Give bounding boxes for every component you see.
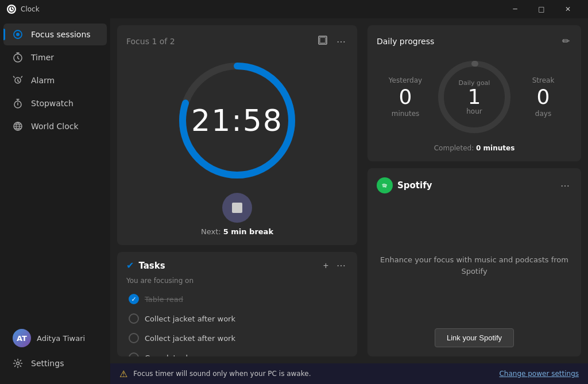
- task-text: Collect jacket after work: [145, 334, 235, 343]
- task-checkbox[interactable]: [129, 294, 139, 304]
- warning-icon: ⚠: [119, 369, 127, 379]
- focus-sessions-icon: [13, 29, 23, 40]
- progress-content: Yesterday 0 minutes Daily goal: [377, 57, 572, 137]
- completed-text: Completed: 0 minutes: [377, 144, 572, 152]
- focus-card-header: Focus 1 of 2 ⋯: [126, 34, 348, 48]
- add-task-button[interactable]: +: [321, 259, 331, 272]
- stop-button[interactable]: [222, 193, 252, 223]
- progress-title: Daily progress: [377, 37, 434, 46]
- sidebar-bottom: AT Aditya Tiwari Settings: [0, 319, 110, 379]
- task-checkbox[interactable]: [129, 352, 139, 356]
- sidebar-item-timer[interactable]: Timer: [3, 46, 107, 68]
- timer-container: 21:58: [174, 57, 300, 184]
- svg-line-6: [18, 58, 19, 59]
- focus-progress: 1 of 2: [152, 37, 175, 46]
- change-power-settings-link[interactable]: Change power settings: [499, 370, 579, 378]
- focusing-on-label: You are focusing on: [126, 277, 348, 285]
- world-clock-icon: [13, 121, 23, 131]
- tasks-title: Tasks: [138, 261, 165, 271]
- sidebar-item-label: Stopwatch: [31, 99, 74, 108]
- daily-goal-unit: hour: [459, 107, 490, 115]
- focus-card: Focus 1 of 2 ⋯: [117, 25, 357, 245]
- yesterday-label: Yesterday: [377, 76, 434, 84]
- svg-point-4: [16, 33, 20, 36]
- sidebar-item-settings[interactable]: Settings: [3, 352, 107, 374]
- daily-goal-circle: Daily goal 1 hour: [434, 57, 514, 137]
- spotify-name: Spotify: [397, 180, 432, 191]
- app-body: Focus sessions Timer Alarm: [0, 18, 588, 384]
- sidebar: Focus sessions Timer Alarm: [0, 18, 110, 384]
- spotify-description: Enhance your focus with music and podcas…: [377, 203, 572, 328]
- settings-label: Settings: [31, 359, 64, 368]
- sidebar-item-label: Focus sessions: [31, 30, 91, 39]
- task-text: Collect jacket after work: [145, 315, 235, 323]
- left-panel: Focus 1 of 2 ⋯: [110, 18, 364, 363]
- task-text: Complete demo.: [145, 354, 207, 357]
- focus-card-title: Focus 1 of 2: [126, 37, 175, 46]
- tasks-title-row: ✔ Tasks: [126, 260, 165, 271]
- fullscreen-button[interactable]: [316, 34, 330, 48]
- streak-unit: days: [514, 110, 572, 118]
- svg-line-2: [11, 9, 13, 10]
- daily-goal-center: Daily goal 1 hour: [459, 79, 490, 115]
- streak-value: 0: [514, 87, 572, 107]
- spotify-logo-row: Spotify: [377, 177, 432, 193]
- settings-icon: [13, 358, 23, 369]
- user-avatar: AT: [13, 329, 31, 347]
- yesterday-value: 0: [377, 87, 434, 107]
- link-spotify-button[interactable]: Link your Spotify: [435, 328, 514, 347]
- progress-card-header: Daily progress ✏: [377, 34, 572, 48]
- yesterday-unit: minutes: [377, 110, 434, 118]
- titlebar-title: Clock: [21, 5, 40, 13]
- sidebar-item-label: Alarm: [31, 76, 55, 85]
- titlebar-controls: ─ □ ✕: [502, 0, 581, 18]
- spotify-header: Spotify ⋯: [377, 177, 572, 193]
- notification-bar: ⚠ Focus timer will sound only when your …: [110, 363, 588, 384]
- focus-more-button[interactable]: ⋯: [334, 35, 348, 48]
- timer-icon: [13, 52, 23, 63]
- user-profile[interactable]: AT Aditya Tiwari: [3, 324, 107, 352]
- list-item[interactable]: Table read: [126, 289, 348, 309]
- notification-text: Focus timer will sound only when your PC…: [133, 370, 493, 378]
- titlebar-left: Clock: [7, 5, 40, 14]
- sidebar-item-stopwatch[interactable]: Stopwatch: [3, 92, 107, 114]
- next-label: Next: 5 min break: [201, 227, 273, 236]
- minimize-button[interactable]: ─: [502, 0, 528, 18]
- list-item[interactable]: Complete demo.: [126, 348, 348, 356]
- alarm-icon: [13, 75, 23, 86]
- spotify-card: Spotify ⋯ Enhance your focus with music …: [368, 168, 581, 356]
- streak-stat: Streak 0 days: [514, 76, 572, 118]
- task-checkbox[interactable]: [129, 333, 139, 343]
- next-value: 5 min break: [223, 227, 273, 236]
- sidebar-item-world-clock[interactable]: World Clock: [3, 115, 107, 137]
- edit-progress-button[interactable]: ✏: [560, 34, 572, 48]
- task-checkbox[interactable]: [129, 313, 139, 324]
- sidebar-item-alarm[interactable]: Alarm: [3, 69, 107, 91]
- focus-header-icons: ⋯: [316, 34, 348, 48]
- right-panel: Daily progress ✏ Yesterday 0 minutes: [364, 18, 588, 363]
- stop-icon: [232, 203, 242, 213]
- tasks-card: ✔ Tasks + ⋯ You are focusing on Table re…: [117, 252, 357, 356]
- timer-display: 21:58: [191, 103, 283, 138]
- daily-progress-card: Daily progress ✏ Yesterday 0 minutes: [368, 25, 581, 161]
- list-item[interactable]: Collect jacket after work: [126, 328, 348, 348]
- tasks-more-button[interactable]: ⋯: [334, 259, 348, 272]
- sidebar-item-focus-sessions[interactable]: Focus sessions: [3, 24, 107, 45]
- svg-rect-15: [320, 37, 326, 43]
- tasks-header: ✔ Tasks + ⋯: [126, 259, 348, 272]
- sidebar-item-label: Timer: [31, 53, 54, 62]
- content-main: Focus 1 of 2 ⋯: [110, 18, 588, 363]
- stopwatch-icon: [13, 98, 23, 108]
- close-button[interactable]: ✕: [555, 0, 581, 18]
- titlebar: Clock ─ □ ✕: [0, 0, 588, 18]
- list-item[interactable]: Collect jacket after work: [126, 309, 348, 328]
- task-text: Table read: [145, 295, 183, 304]
- sidebar-item-label: World Clock: [31, 122, 79, 131]
- maximize-button[interactable]: □: [528, 0, 555, 18]
- streak-label: Streak: [514, 76, 572, 84]
- user-name: Aditya Tiwari: [37, 334, 85, 343]
- spotify-more-button[interactable]: ⋯: [558, 179, 572, 192]
- clock-app-icon: [7, 5, 16, 14]
- daily-goal-value: 1: [459, 87, 490, 107]
- content-area: Focus 1 of 2 ⋯: [110, 18, 588, 384]
